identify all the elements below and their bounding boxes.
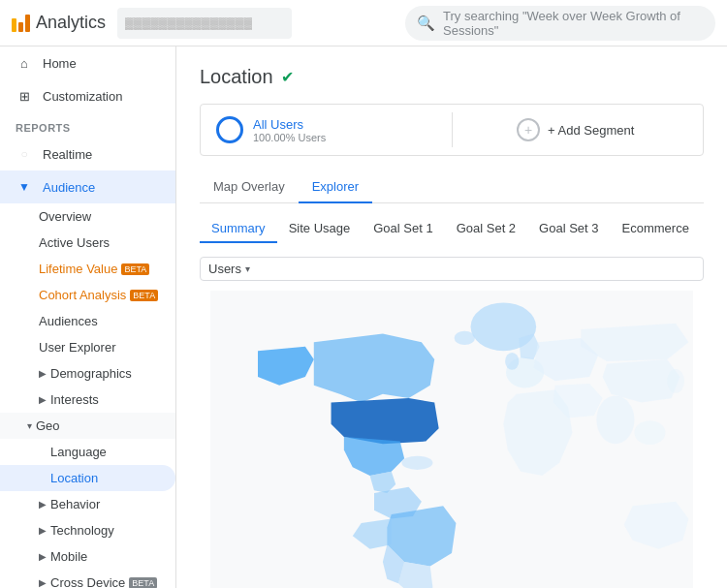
sidebar-item-audience[interactable]: ▼ Audience bbox=[0, 170, 175, 203]
sidebar-item-customization[interactable]: ⊞ Customization bbox=[0, 79, 175, 112]
home-icon: ⌂ bbox=[16, 54, 33, 72]
beta-badge-lifetime: BETA bbox=[121, 263, 149, 275]
svg-point-7 bbox=[634, 420, 665, 445]
app-title: Analytics bbox=[36, 13, 106, 33]
sub-tab-ecommerce[interactable]: Ecommerce bbox=[611, 215, 701, 243]
world-map-svg bbox=[200, 291, 704, 588]
overview-label: Overview bbox=[39, 209, 91, 224]
search-bar[interactable]: 🔍 Try searching "Week over Week Growth o… bbox=[405, 6, 715, 41]
property-selector[interactable]: ▓▓▓▓▓▓▓▓▓▓▓▓▓▓▓ bbox=[117, 8, 292, 39]
logo-bar-2 bbox=[18, 22, 23, 32]
chevron-right-icon: ▶ bbox=[39, 368, 47, 379]
add-segment-circle: + bbox=[517, 118, 540, 141]
sub-tab-goal-set-3[interactable]: Goal Set 3 bbox=[527, 215, 610, 243]
sub-tab-summary[interactable]: Summary bbox=[200, 215, 277, 243]
geo-arrow-icon: ▾ bbox=[27, 420, 32, 431]
sidebar-item-lifetime-value[interactable]: Lifetime Value BETA bbox=[0, 256, 175, 282]
dropdown-arrow-icon: ▾ bbox=[245, 263, 250, 274]
sidebar-item-realtime[interactable]: ○ Realtime bbox=[0, 138, 175, 170]
sidebar: ⌂ Home ⊞ Customization REPORTS ○ Realtim… bbox=[0, 46, 176, 588]
svg-point-5 bbox=[505, 353, 519, 370]
add-segment-btn[interactable]: + + Add Segment bbox=[464, 118, 688, 141]
sidebar-home-label: Home bbox=[43, 56, 77, 71]
interests-arrow-icon: ▶ bbox=[39, 394, 47, 405]
sub-tab-site-usage-label: Site Usage bbox=[289, 221, 351, 235]
sidebar-item-location[interactable]: Location bbox=[0, 465, 175, 491]
sub-tab-goal-set-1-label: Goal Set 1 bbox=[373, 221, 432, 235]
demographics-label: Demographics bbox=[50, 366, 132, 381]
sidebar-item-language[interactable]: Language bbox=[0, 439, 175, 465]
language-label: Language bbox=[50, 445, 107, 459]
tab-explorer[interactable]: Explorer bbox=[299, 171, 372, 203]
sub-tab-goal-set-1[interactable]: Goal Set 1 bbox=[362, 215, 444, 243]
svg-point-8 bbox=[667, 369, 684, 393]
logo: Analytics bbox=[12, 13, 106, 33]
cross-device-label: Cross Device bbox=[50, 575, 125, 588]
sidebar-item-interests[interactable]: ▶ Interests bbox=[0, 387, 175, 413]
tab-bar: Map Overlay Explorer bbox=[200, 171, 704, 203]
sidebar-item-home[interactable]: ⌂ Home bbox=[0, 46, 175, 79]
users-dropdown[interactable]: Users ▾ bbox=[200, 257, 704, 281]
sub-tab-goal-set-3-label: Goal Set 3 bbox=[539, 221, 598, 235]
sidebar-item-cohort-analysis[interactable]: Cohort Analysis BETA bbox=[0, 282, 175, 308]
interests-label: Interests bbox=[50, 392, 99, 407]
sub-tab-site-usage[interactable]: Site Usage bbox=[277, 215, 363, 243]
sub-tab-ecommerce-label: Ecommerce bbox=[622, 221, 689, 235]
mobile-arrow-icon: ▶ bbox=[39, 551, 47, 562]
active-users-label: Active Users bbox=[39, 235, 110, 250]
sidebar-customization-label: Customization bbox=[43, 89, 122, 104]
geo-label: Geo bbox=[36, 418, 60, 433]
lifetime-value-label: Lifetime Value bbox=[39, 262, 117, 276]
sidebar-item-cross-device[interactable]: ▶ Cross Device BETA bbox=[0, 570, 175, 588]
verified-icon: ✔ bbox=[281, 68, 294, 86]
segment-bar: All Users 100.00% Users + + Add Segment bbox=[200, 104, 704, 156]
cohort-analysis-label: Cohort Analysis bbox=[39, 288, 126, 302]
person-icon: ▼ bbox=[16, 178, 33, 196]
segment-info: All Users 100.00% Users bbox=[253, 117, 326, 143]
sub-tab-bar: Summary Site Usage Goal Set 1 Goal Set 2… bbox=[200, 215, 704, 243]
logo-bar-3 bbox=[25, 15, 30, 32]
segment-name: All Users bbox=[253, 117, 326, 132]
segment-item-all-users[interactable]: All Users 100.00% Users bbox=[216, 116, 440, 143]
audiences-label: Audiences bbox=[39, 314, 98, 328]
map-area bbox=[200, 291, 704, 588]
sub-tab-goal-set-2-label: Goal Set 2 bbox=[457, 221, 516, 235]
sidebar-audience-label: Audience bbox=[43, 180, 95, 195]
behavior-label: Behavior bbox=[50, 497, 100, 511]
segment-pct: 100.00% Users bbox=[253, 132, 326, 143]
sidebar-item-overview[interactable]: Overview bbox=[0, 203, 175, 230]
sidebar-item-demographics[interactable]: ▶ Demographics bbox=[0, 360, 175, 387]
add-segment-label: + Add Segment bbox=[548, 123, 634, 138]
segment-circle bbox=[216, 116, 243, 143]
sub-tab-goal-set-2[interactable]: Goal Set 2 bbox=[445, 215, 527, 243]
beta-badge-cross-device: BETA bbox=[129, 577, 157, 589]
sidebar-item-technology[interactable]: ▶ Technology bbox=[0, 517, 175, 543]
tab-map-overlay-label: Map Overlay bbox=[213, 179, 285, 194]
sidebar-item-audiences[interactable]: Audiences bbox=[0, 308, 175, 334]
sidebar-item-geo[interactable]: ▾ Geo bbox=[0, 413, 175, 439]
logo-icon bbox=[12, 15, 30, 32]
topbar: Analytics ▓▓▓▓▓▓▓▓▓▓▓▓▓▓▓ 🔍 Try searchin… bbox=[0, 0, 727, 46]
svg-point-3 bbox=[401, 456, 432, 470]
svg-point-2 bbox=[455, 331, 475, 345]
reports-section-label: REPORTS bbox=[0, 112, 175, 138]
users-dropdown-label: Users bbox=[208, 262, 241, 276]
behavior-arrow-icon: ▶ bbox=[39, 499, 47, 510]
sidebar-item-user-explorer[interactable]: User Explorer bbox=[0, 334, 175, 360]
sidebar-item-active-users[interactable]: Active Users bbox=[0, 230, 175, 256]
mobile-label: Mobile bbox=[50, 549, 87, 564]
beta-badge-cohort: BETA bbox=[130, 290, 158, 301]
main-content: Location ✔ All Users 100.00% Users + + A… bbox=[176, 46, 727, 588]
user-explorer-label: User Explorer bbox=[39, 340, 115, 355]
search-icon: 🔍 bbox=[417, 15, 435, 32]
sidebar-item-mobile[interactable]: ▶ Mobile bbox=[0, 543, 175, 570]
tab-map-overlay[interactable]: Map Overlay bbox=[200, 171, 299, 203]
circle-icon: ○ bbox=[16, 145, 33, 163]
segment-divider bbox=[452, 112, 453, 147]
location-label: Location bbox=[50, 471, 98, 485]
sidebar-item-behavior[interactable]: ▶ Behavior bbox=[0, 491, 175, 517]
cross-device-arrow-icon: ▶ bbox=[39, 577, 47, 588]
sidebar-realtime-label: Realtime bbox=[43, 147, 92, 162]
technology-arrow-icon: ▶ bbox=[39, 525, 47, 536]
sub-tab-summary-label: Summary bbox=[211, 221, 266, 235]
